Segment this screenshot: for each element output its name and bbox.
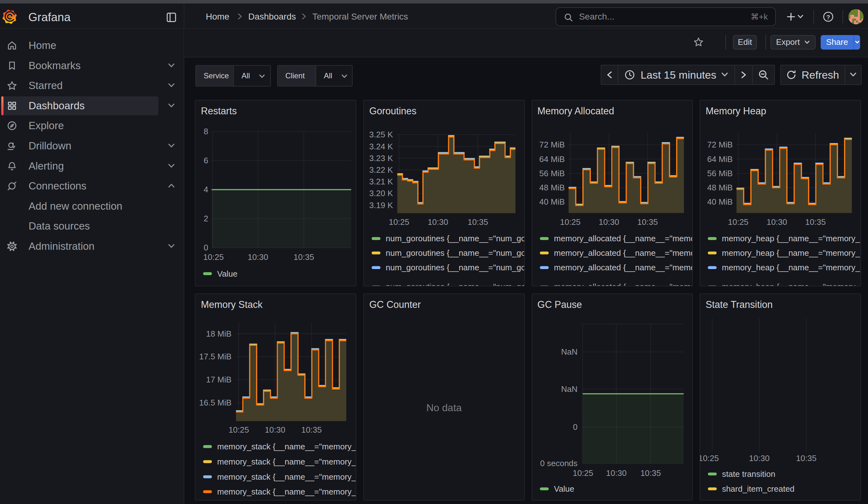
svg-text:72 MiB: 72 MiB — [539, 140, 565, 150]
svg-text:10:35: 10:35 — [640, 468, 661, 478]
svg-text:10:25: 10:25 — [572, 468, 593, 478]
svg-text:10:25: 10:25 — [560, 218, 580, 227]
svg-text:64 MiB: 64 MiB — [539, 154, 565, 164]
svg-text:10:35: 10:35 — [637, 218, 658, 227]
svg-text:memory_heap {__name__="memory_: memory_heap {__name__="memory_heap", ins… — [722, 234, 860, 244]
svg-text:3.25 K: 3.25 K — [369, 130, 393, 140]
svg-text:NaN: NaN — [561, 384, 577, 394]
svg-text:40 MiB: 40 MiB — [539, 197, 565, 207]
svg-text:2: 2 — [204, 214, 208, 224]
svg-text:64 MiB: 64 MiB — [707, 154, 733, 164]
svg-text:memory_heap {__name__="memory_: memory_heap {__name__="memory_heap", ins… — [722, 248, 860, 258]
svg-text:num_goroutines {__name__="num_: num_goroutines {__name__="num_goroutines… — [386, 282, 524, 286]
svg-text:10:35: 10:35 — [467, 218, 488, 227]
svg-text:10:35: 10:35 — [293, 252, 314, 262]
svg-text:10:30: 10:30 — [265, 425, 285, 434]
svg-text:shard_item_created: shard_item_created — [722, 484, 795, 494]
svg-text:6: 6 — [204, 156, 208, 165]
svg-text:3.21 K: 3.21 K — [369, 177, 393, 187]
svg-text:8: 8 — [204, 127, 208, 136]
svg-text:memory_heap {__name__="memory_: memory_heap {__name__="memory_heap", ins… — [722, 263, 860, 272]
svg-text:17.5 MiB: 17.5 MiB — [199, 352, 232, 361]
svg-text:72 MiB: 72 MiB — [707, 140, 733, 150]
svg-text:memory_stack {__name__="memory: memory_stack {__name__="memory_stack", i… — [217, 442, 356, 451]
svg-text:0: 0 — [573, 422, 577, 432]
svg-text:10:25: 10:25 — [389, 218, 410, 227]
svg-text:10:25: 10:25 — [203, 252, 224, 262]
svg-text:17 MiB: 17 MiB — [206, 375, 232, 384]
svg-text:memory_allocated {__name__="me: memory_allocated {__name__="memory_alloc… — [554, 248, 693, 258]
svg-text:10:30: 10:30 — [248, 252, 268, 262]
svg-text:3.19 K: 3.19 K — [369, 200, 393, 210]
svg-text:48 MiB: 48 MiB — [539, 183, 565, 193]
svg-text:Value: Value — [554, 484, 575, 494]
svg-text:Value: Value — [217, 269, 238, 278]
svg-text:memory_allocated {__name__="me: memory_allocated {__name__="memory_alloc… — [554, 234, 693, 244]
svg-text:10:30: 10:30 — [606, 468, 627, 478]
svg-text:16.5 MiB: 16.5 MiB — [199, 398, 232, 407]
svg-text:memory_heap {__name__="memory_: memory_heap {__name__="memory_heap", ins… — [722, 282, 860, 286]
svg-text:3.24 K: 3.24 K — [369, 142, 393, 151]
svg-text:10:25: 10:25 — [228, 425, 249, 434]
svg-text:memory_allocated {__name__="me: memory_allocated {__name__="memory_alloc… — [554, 282, 693, 286]
svg-text:10:30: 10:30 — [767, 218, 787, 227]
svg-text:memory_stack {__name__="memory: memory_stack {__name__="memory_stack", i… — [217, 457, 356, 466]
svg-text:4: 4 — [204, 185, 208, 195]
svg-text:memory_stack {__name__="memory: memory_stack {__name__="memory_stack", i… — [217, 472, 356, 481]
svg-text:18 MiB: 18 MiB — [206, 329, 232, 339]
svg-text:10:35: 10:35 — [301, 425, 322, 434]
svg-text:10:25: 10:25 — [700, 453, 719, 463]
svg-text:3.20 K: 3.20 K — [369, 189, 393, 198]
svg-text:state transition: state transition — [722, 469, 776, 479]
svg-text:0: 0 — [204, 243, 208, 253]
svg-text:56 MiB: 56 MiB — [539, 169, 565, 178]
svg-text:10:30: 10:30 — [428, 218, 448, 227]
svg-text:40 MiB: 40 MiB — [707, 197, 733, 207]
svg-text:memory_stack {__name__="memory: memory_stack {__name__="memory_stack", i… — [217, 487, 356, 496]
svg-text:0 seconds: 0 seconds — [540, 459, 577, 468]
svg-text:3.23 K: 3.23 K — [369, 154, 393, 163]
svg-text:memory_allocated {__name__="me: memory_allocated {__name__="memory_alloc… — [554, 263, 693, 272]
svg-text:3.22 K: 3.22 K — [369, 165, 393, 175]
svg-text:10:35: 10:35 — [805, 218, 826, 227]
svg-text:num_goroutines {__name__="num_: num_goroutines {__name__="num_goroutines… — [386, 234, 524, 244]
svg-text:num_goroutines {__name__="num_: num_goroutines {__name__="num_goroutines… — [386, 248, 524, 258]
svg-text:num_goroutines {__name__="num_: num_goroutines {__name__="num_goroutines… — [386, 263, 524, 272]
svg-text:?: ? — [826, 14, 830, 21]
svg-text:NaN: NaN — [561, 347, 577, 357]
svg-text:56 MiB: 56 MiB — [707, 169, 733, 178]
svg-text:10:30: 10:30 — [598, 218, 619, 227]
svg-text:10:25: 10:25 — [728, 218, 749, 227]
svg-text:10:30: 10:30 — [749, 453, 769, 463]
svg-text:48 MiB: 48 MiB — [707, 183, 733, 193]
svg-text:10:35: 10:35 — [796, 453, 817, 463]
